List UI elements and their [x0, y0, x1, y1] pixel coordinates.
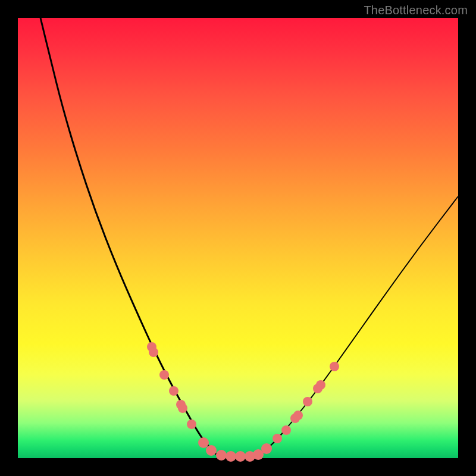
data-point	[281, 425, 291, 435]
plot-area	[18, 18, 458, 458]
data-point	[159, 370, 169, 380]
data-point	[187, 419, 196, 429]
data-point	[316, 380, 325, 390]
data-point	[149, 347, 158, 357]
curve-left-branch	[40, 18, 217, 455]
data-point	[198, 437, 209, 448]
outer-frame: TheBottleneck.com	[0, 0, 476, 476]
data-point	[178, 403, 187, 413]
data-point	[293, 411, 303, 420]
data-point	[273, 434, 282, 443]
data-point	[206, 445, 217, 456]
data-point	[330, 362, 339, 371]
data-point	[226, 451, 236, 462]
scatter-dots	[147, 342, 339, 462]
data-point	[169, 386, 178, 396]
data-point	[303, 397, 312, 406]
data-point	[216, 450, 227, 461]
watermark-text: TheBottleneck.com	[364, 4, 468, 17]
chart-svg	[18, 18, 458, 458]
data-point	[261, 443, 272, 454]
data-point	[235, 451, 246, 462]
curve-right-branch	[259, 196, 458, 455]
